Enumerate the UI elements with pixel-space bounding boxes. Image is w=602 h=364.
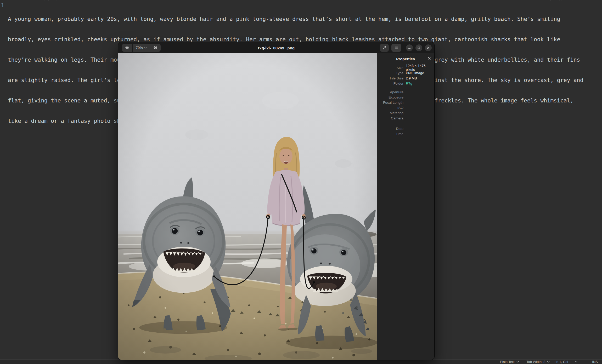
close-icon — [428, 57, 431, 60]
insert-mode-indicator: INS — [592, 360, 598, 364]
chevron-down-icon — [516, 361, 519, 363]
chevron-down-icon — [144, 47, 147, 49]
properties-panel: Properties Size 1243 × 1476 pixels Type … — [377, 53, 434, 360]
property-label: Focal Length — [377, 101, 403, 105]
window-title: r7g-i2i-_00249_.png — [258, 45, 295, 50]
header-fragment — [561, 0, 572, 1]
minimize-icon — [408, 46, 411, 50]
camera-properties: Aperture Exposure Focal Length ISO Meter… — [377, 89, 434, 121]
menu-button[interactable] — [391, 44, 401, 52]
property-value: 1243 × 1476 pixels — [406, 64, 434, 72]
zoom-out-icon — [125, 45, 130, 50]
property-value: 2.9 MB — [406, 76, 417, 80]
desktop: 1 A young woman, probably early 20s, wit… — [0, 0, 602, 364]
properties-close-button[interactable] — [427, 56, 431, 60]
header-fragment — [550, 0, 560, 1]
datetime-properties: Date Time — [377, 126, 434, 136]
chevron-down-icon — [547, 361, 550, 363]
property-label: Date — [377, 127, 403, 131]
property-row: Folder R7g — [377, 81, 434, 86]
property-label: Folder — [377, 82, 403, 85]
code-line: A young woman, probably early 20s, with … — [8, 16, 601, 22]
property-label: Camera — [377, 116, 403, 120]
property-row: Focal Length — [377, 100, 434, 105]
photo-scene — [118, 53, 377, 360]
image-viewer-window: 79% r7g-i2i-_00249_.png — [118, 42, 434, 360]
property-label: Type — [377, 71, 403, 75]
line-number: 1 — [1, 2, 4, 9]
property-row: File Size 2.9 MB — [377, 76, 434, 81]
property-row: Metering — [377, 110, 434, 115]
property-row: ISO — [377, 105, 434, 110]
property-row: Camera — [377, 115, 434, 121]
maximize-button[interactable] — [415, 44, 422, 51]
close-icon — [426, 46, 430, 50]
viewer-content: Properties Size 1243 × 1476 pixels Type … — [118, 53, 434, 360]
property-label: Exposure — [377, 95, 403, 99]
chevron-down-icon — [575, 361, 577, 363]
property-row: Size 1243 × 1476 pixels — [377, 65, 434, 70]
property-label: Aperture — [377, 90, 403, 94]
fullscreen-icon — [382, 46, 386, 50]
property-label: File Size — [377, 76, 403, 80]
viewer-titlebar[interactable]: 79% r7g-i2i-_00249_.png — [118, 42, 434, 53]
fullscreen-button[interactable] — [380, 44, 389, 52]
zoom-controls: 79% — [122, 44, 161, 52]
zoom-out-button[interactable] — [122, 44, 132, 52]
hamburger-menu-icon — [394, 46, 398, 50]
zoom-in-button[interactable] — [150, 44, 161, 52]
zoom-in-icon — [153, 45, 158, 50]
property-row: Time — [377, 131, 434, 136]
property-label: Metering — [377, 111, 403, 115]
file-properties: Size 1243 × 1476 pixels Type PNG image F… — [377, 65, 434, 86]
close-button[interactable] — [425, 44, 432, 51]
tab-width-selector[interactable]: Tab Width: 8 — [526, 360, 550, 364]
photo-vignette — [118, 53, 377, 360]
folder-link[interactable]: R7g — [406, 82, 412, 85]
header-fragment — [48, 0, 57, 1]
property-value: PNG image — [406, 71, 424, 75]
image-canvas[interactable] — [118, 53, 377, 360]
window-controls — [380, 44, 432, 52]
line-numbers: 1 — [0, 2, 4, 9]
zoom-level-dropdown[interactable]: 79% — [133, 44, 150, 52]
language-selector[interactable]: Plain Text — [500, 360, 519, 364]
maximize-icon — [417, 46, 421, 50]
property-row: Aperture — [377, 89, 434, 95]
editor-status-bar: Plain Text Tab Width: 8 Ln 1, Col 1 INS — [0, 359, 602, 364]
property-label: Time — [377, 132, 403, 136]
cursor-position-menu[interactable]: Ln 1, Col 1 — [554, 360, 577, 364]
property-label: Size — [377, 66, 403, 70]
property-label: ISO — [377, 106, 403, 110]
property-row: Date — [377, 126, 434, 131]
properties-title: Properties — [377, 57, 434, 61]
property-row: Exposure — [377, 95, 434, 100]
minimize-button[interactable] — [406, 44, 413, 51]
header-fragment — [20, 0, 45, 1]
